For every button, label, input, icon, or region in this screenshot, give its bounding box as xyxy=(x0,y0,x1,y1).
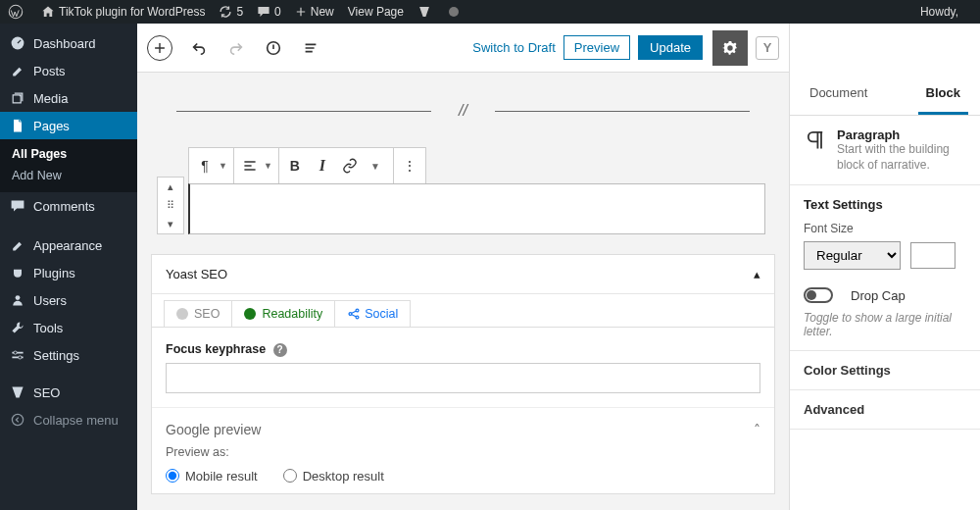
svg-point-6 xyxy=(12,414,23,425)
chevron-up-icon: ▴ xyxy=(754,267,760,281)
font-size-select[interactable]: Regular xyxy=(804,241,901,270)
inspector-tab-block[interactable]: Block xyxy=(918,72,968,115)
sidebar-item-users[interactable]: Users xyxy=(0,286,137,314)
bold-button[interactable]: B xyxy=(281,152,309,179)
help-icon[interactable]: ? xyxy=(273,343,287,357)
focus-keyphrase-label: Focus keyphrase ? xyxy=(166,342,287,356)
sidebar-item-media[interactable]: Media xyxy=(0,84,137,112)
adminbar-wp-logo[interactable] xyxy=(8,4,27,20)
drop-cap-toggle[interactable] xyxy=(804,287,833,303)
sidebar-item-posts[interactable]: Posts xyxy=(0,57,137,84)
yoast-tab-readability[interactable]: Readability xyxy=(231,300,335,327)
align-button[interactable] xyxy=(236,152,264,179)
paragraph-block: ▴ ⠿ ▾ ¶▼ ▼ B I ▼ xyxy=(161,147,765,234)
adminbar-yoast-indicator[interactable] xyxy=(417,5,435,19)
svg-point-4 xyxy=(14,351,17,354)
sidebar-item-appearance[interactable]: Appearance xyxy=(0,231,137,259)
focus-keyphrase-input[interactable] xyxy=(166,363,760,393)
block-more-options-button[interactable]: ⋮ xyxy=(396,152,423,179)
color-settings-toggle[interactable]: Color Settings xyxy=(790,351,980,390)
more-rich-text-button[interactable]: ▼ xyxy=(364,152,391,179)
link-button[interactable] xyxy=(336,152,364,179)
adminbar-view-page[interactable]: View Page xyxy=(348,5,404,19)
sidebar-submenu-pages: All Pages Add New xyxy=(0,139,137,192)
paragraph-icon xyxy=(804,128,827,153)
sidebar-item-settings[interactable]: Settings xyxy=(0,341,137,369)
yoast-tab-social[interactable]: Social xyxy=(334,300,411,327)
yoast-seo-tab-body: Focus keyphrase ? xyxy=(152,327,774,407)
chevron-up-icon: ˄ xyxy=(754,422,760,437)
svg-point-5 xyxy=(19,356,22,359)
svg-point-9 xyxy=(356,309,359,312)
add-block-button[interactable] xyxy=(147,35,172,61)
paragraph-input[interactable] xyxy=(188,183,765,234)
redo-button[interactable] xyxy=(225,37,247,59)
adminbar: TikTok plugin for WordPress 5 0 New View… xyxy=(0,0,980,24)
google-preview-toggle[interactable]: Google preview ˄ xyxy=(152,407,774,445)
block-mover[interactable]: ▴ ⠿ ▾ xyxy=(157,177,184,234)
adminbar-updates[interactable]: 5 xyxy=(219,5,243,19)
sidebar-item-tools[interactable]: Tools xyxy=(0,314,137,341)
adminbar-new[interactable]: New xyxy=(295,5,334,19)
sidebar-sub-add-new[interactable]: Add New xyxy=(0,165,137,186)
undo-button[interactable] xyxy=(188,37,210,59)
move-up-icon[interactable]: ▴ xyxy=(168,178,173,196)
yoast-tabs: SEO Readability Social xyxy=(152,294,774,327)
sidebar-item-plugins[interactable]: Plugins xyxy=(0,259,137,286)
block-inspector: Document Block Paragraph Start with the … xyxy=(789,24,980,510)
inspector-block-card: Paragraph Start with the building block … xyxy=(790,116,980,185)
sidebar-sub-all-pages[interactable]: All Pages xyxy=(0,143,137,165)
adminbar-site-title: TikTok plugin for WordPress xyxy=(59,5,205,19)
svg-point-3 xyxy=(16,295,21,300)
sidebar-item-pages[interactable]: Pages xyxy=(0,112,137,139)
switch-to-draft-link[interactable]: Switch to Draft xyxy=(472,40,556,55)
preview-as-label: Preview as: xyxy=(152,445,774,459)
yoast-tab-seo[interactable]: SEO xyxy=(164,300,232,327)
svg-point-10 xyxy=(356,316,359,319)
yoast-panel-header[interactable]: Yoast SEO ▴ xyxy=(152,255,774,294)
settings-gear-button[interactable] xyxy=(712,30,748,66)
transform-block-button[interactable]: ¶ xyxy=(191,152,219,179)
separator-block: // xyxy=(176,102,750,120)
advanced-toggle[interactable]: Advanced xyxy=(790,390,980,430)
drag-handle-icon[interactable]: ⠿ xyxy=(167,196,174,215)
sidebar-item-dashboard[interactable]: Dashboard xyxy=(0,29,137,57)
adminbar-comments[interactable]: 0 xyxy=(257,5,281,19)
sidebar-item-comments[interactable]: Comments xyxy=(0,192,137,220)
svg-point-8 xyxy=(349,313,352,316)
inspector-block-desc: Start with the building block of narrati… xyxy=(837,142,966,173)
content-structure-button[interactable] xyxy=(263,37,284,59)
sidebar-collapse[interactable]: Collapse menu xyxy=(0,406,137,434)
editor-main: Switch to Draft Preview Update Y // ▴ ⠿ … xyxy=(137,24,789,510)
text-settings-section: Text Settings Font Size Regular Drop Cap… xyxy=(790,185,980,351)
yoast-header-icon[interactable]: Y xyxy=(756,36,779,60)
svg-point-2 xyxy=(20,95,22,97)
inspector-tabs: Document Block xyxy=(790,72,980,116)
adminbar-site[interactable]: TikTok plugin for WordPress xyxy=(41,5,205,19)
adminbar-howdy[interactable]: Howdy, xyxy=(920,5,958,19)
radio-mobile-result[interactable]: Mobile result xyxy=(166,469,258,484)
block-toolbar: ¶▼ ▼ B I ▼ ⋮ xyxy=(188,147,426,184)
inspector-block-title: Paragraph xyxy=(837,128,966,142)
admin-sidebar: Dashboard Posts Media Pages All Pages Ad… xyxy=(0,24,137,510)
sidebar-item-seo[interactable]: SEO xyxy=(0,379,137,406)
italic-button[interactable]: I xyxy=(309,152,336,179)
move-down-icon[interactable]: ▾ xyxy=(168,215,173,233)
radio-desktop-result[interactable]: Desktop result xyxy=(283,469,384,484)
update-button[interactable]: Update xyxy=(638,35,703,60)
custom-font-size-input[interactable] xyxy=(910,242,956,269)
adminbar-dot[interactable] xyxy=(449,7,459,17)
preview-button[interactable]: Preview xyxy=(564,35,630,60)
yoast-seo-panel: Yoast SEO ▴ SEO Readability Social xyxy=(151,254,775,494)
block-navigation-button[interactable] xyxy=(300,37,321,59)
editor-header: Switch to Draft Preview Update Y xyxy=(137,24,789,73)
inspector-tab-document[interactable]: Document xyxy=(802,72,875,115)
